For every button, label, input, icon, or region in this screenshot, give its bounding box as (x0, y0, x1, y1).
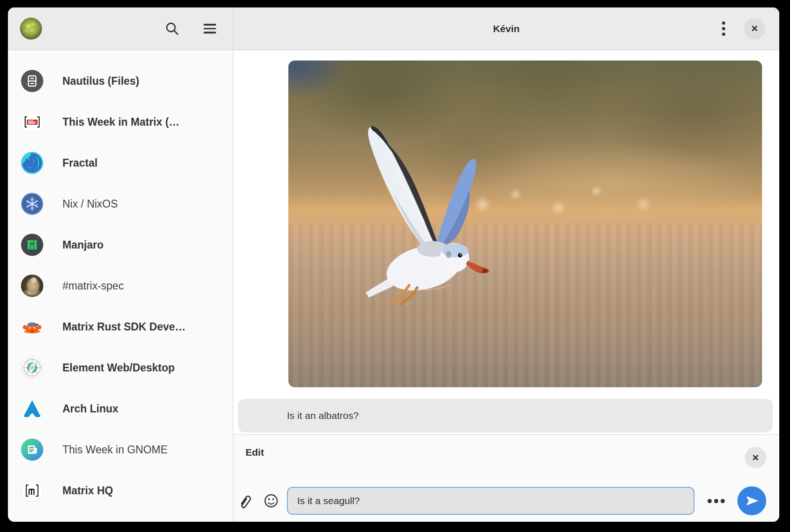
seagull-photo-message[interactable] (288, 61, 762, 387)
message-history: Is it an albatros? (233, 50, 779, 434)
message-edit-input[interactable] (287, 487, 695, 515)
sidebar-item-fractal[interactable]: Fractal (8, 142, 233, 183)
matrix-m-avatar-icon (21, 479, 43, 502)
sidebar-item-rust-sdk[interactable]: Matrix Rust SDK Deve… (8, 306, 233, 347)
smiley-icon (263, 492, 279, 509)
sidebar-header (8, 7, 233, 50)
room-name: #matrix-spec (62, 280, 124, 292)
sidebar-item-element[interactable]: Element Web/Desktop (8, 347, 233, 388)
twim-avatar-icon (21, 111, 43, 133)
sidebar-item-matrix-hq[interactable]: Matrix HQ (8, 470, 233, 511)
room-name: Manjaro (62, 239, 103, 251)
headerbar: Kévin ✕ (8, 7, 779, 50)
sidebar-item-nixos[interactable]: Nix / NixOS (8, 183, 233, 224)
sidebar-item-manjaro[interactable]: Manjaro (8, 224, 233, 265)
seagull-illustration (343, 108, 509, 327)
content: Nautilus (Files) This Week in Matrix (… (8, 50, 779, 522)
room-name: Nautilus (Files) (62, 75, 139, 88)
paperclip-icon (236, 492, 253, 509)
sidebar-item-arch[interactable]: Arch Linux (8, 388, 233, 429)
hamburger-icon (204, 24, 216, 34)
edit-panel: Edit ✕ (233, 434, 779, 522)
room-name: Element Web/Desktop (62, 362, 175, 374)
fractal-window: Kévin ✕ Nau (8, 7, 779, 522)
emoji-button[interactable] (261, 491, 281, 511)
room-name: Matrix Rust SDK Deve… (62, 321, 186, 333)
cancel-edit-button[interactable]: ✕ (745, 447, 766, 468)
message-text: Is it an albatros? (287, 410, 359, 421)
room-name: Fractal (62, 157, 97, 169)
message-bubble[interactable]: Is it an albatros? (238, 399, 773, 432)
room-name: Matrix HQ (62, 485, 113, 497)
room-name: Nix / NixOS (62, 198, 118, 210)
fractal-spiral-avatar-icon (21, 152, 43, 174)
manjaro-avatar-icon (21, 234, 43, 256)
close-icon: ✕ (752, 452, 759, 463)
sidebar-item-matrix-spec[interactable]: #matrix-spec (8, 265, 233, 306)
send-button[interactable] (737, 486, 766, 515)
close-room-button[interactable]: ✕ (744, 18, 765, 40)
element-web-avatar-icon (21, 357, 43, 379)
room-menu-button[interactable] (713, 19, 734, 39)
sidebar-item-twim[interactable]: This Week in Matrix (… (8, 101, 233, 142)
composer-row (233, 486, 779, 516)
chat-header: Kévin ✕ (233, 7, 779, 50)
sidebar-item-nautilus[interactable]: Nautilus (Files) (8, 61, 233, 101)
edit-mode-label: Edit (245, 447, 264, 458)
search-icon (164, 21, 180, 37)
nix-snowflake-avatar-icon (21, 193, 43, 215)
person-photo-avatar (21, 275, 43, 297)
attach-file-button[interactable] (234, 491, 255, 511)
close-icon: ✕ (751, 23, 758, 34)
sidebar-item-twig[interactable]: This Week in GNOME (8, 429, 233, 470)
ferris-crab-avatar-icon (21, 316, 43, 338)
chat-pane: Is it an albatros? Edit ✕ (233, 50, 779, 522)
kebab-menu-icon (722, 27, 725, 30)
main-menu-button[interactable] (199, 19, 220, 39)
account-avatar[interactable] (20, 18, 42, 40)
room-list-sidebar: Nautilus (Files) This Week in Matrix (… (8, 50, 233, 522)
room-name: This Week in GNOME (62, 444, 168, 456)
room-name: This Week in Matrix (… (62, 116, 179, 128)
arch-linux-avatar-icon (21, 397, 43, 420)
more-options-button[interactable] (706, 491, 726, 511)
twig-newspaper-avatar-icon (21, 438, 43, 461)
paper-plane-icon (744, 493, 760, 509)
search-button[interactable] (162, 19, 183, 39)
file-cabinet-avatar-icon (21, 70, 43, 92)
room-title: Kévin (233, 23, 779, 34)
room-name: Arch Linux (62, 403, 118, 415)
ellipsis-icon (714, 499, 718, 503)
